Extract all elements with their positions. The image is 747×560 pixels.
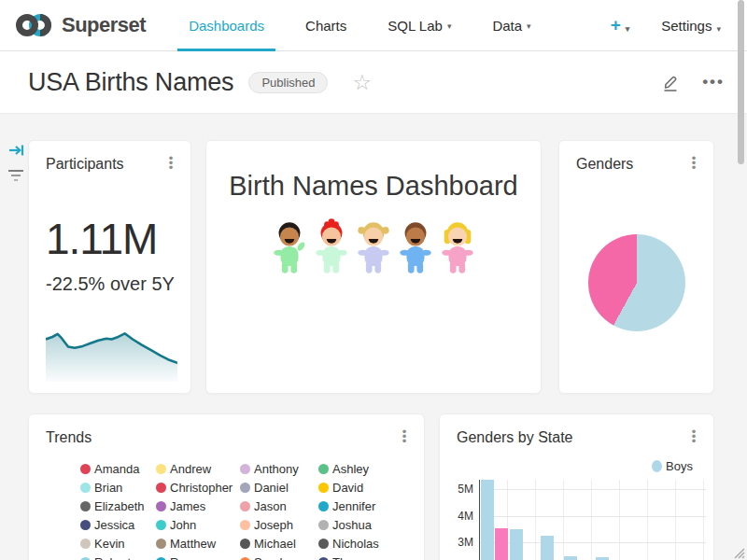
legend-dot xyxy=(240,539,250,549)
legend-label: Christopher xyxy=(170,481,233,495)
genders-pie-chart xyxy=(588,234,685,331)
y-axis-tick-label: 5M xyxy=(449,483,473,496)
resize-handle-icon[interactable] xyxy=(731,545,745,559)
kid-lavender xyxy=(354,217,393,277)
legend-item-elizabeth[interactable]: Elizabeth xyxy=(80,497,156,515)
legend-item-john[interactable]: John xyxy=(156,515,240,534)
gridline xyxy=(647,480,648,560)
legend-label: Jason xyxy=(254,499,287,513)
legend-label: Sarah xyxy=(254,555,287,560)
legend-label: Anthony xyxy=(254,462,299,476)
legend-label: Jennifer xyxy=(332,499,375,513)
legend-dot xyxy=(80,539,91,549)
kid-mint xyxy=(312,217,351,277)
settings-menu[interactable]: Settings▾ xyxy=(661,18,721,34)
chart-menu-icon[interactable]: ••• xyxy=(398,429,411,443)
chart-title: Genders xyxy=(576,156,633,173)
legend-label: Daniel xyxy=(254,481,289,495)
legend-label: Kevin xyxy=(94,537,125,551)
legend-dot xyxy=(318,501,329,511)
legend-dot xyxy=(240,520,250,530)
nav-menu: DashboardsChartsSQL Lab▾Data▾ xyxy=(168,0,551,51)
legend-item-matthew[interactable]: Matthew xyxy=(156,534,240,553)
brand-name: Superset xyxy=(62,13,146,37)
legend-dot xyxy=(156,520,166,530)
legend-label: Ashley xyxy=(332,462,369,476)
add-new-button[interactable]: +▾ xyxy=(611,15,630,35)
chart-title: Participants xyxy=(46,156,124,173)
legend-dot xyxy=(240,501,250,511)
bar-3 xyxy=(541,536,554,560)
big-number-subheader: -22.5% over 5Y xyxy=(46,273,175,295)
chart-title: Trends xyxy=(46,429,92,446)
markdown-title: Birth Names Dashboard xyxy=(206,171,541,202)
legend-item-kevin[interactable]: Kevin xyxy=(80,534,156,553)
legend-item-nicholas[interactable]: Nicholas xyxy=(318,534,412,553)
gridline xyxy=(619,480,620,560)
expand-filter-bar-icon[interactable] xyxy=(8,142,25,159)
bar-2 xyxy=(510,529,523,560)
legend-label: Joseph xyxy=(254,518,293,532)
legend-item-christopher[interactable]: Christopher xyxy=(156,478,240,497)
legend-item-amanda[interactable]: Amanda xyxy=(80,459,156,478)
legend-item-brian[interactable]: Brian xyxy=(80,478,156,497)
legend-item-ashley[interactable]: Ashley xyxy=(318,459,412,478)
nav-item-sql-lab[interactable]: SQL Lab▾ xyxy=(367,0,472,51)
kid-pink xyxy=(438,217,477,277)
card-genders: Genders ••• xyxy=(558,140,714,394)
gridline xyxy=(703,480,704,560)
legend-label: John xyxy=(170,518,196,532)
legend-dot xyxy=(318,520,329,530)
nav-item-dashboards[interactable]: Dashboards xyxy=(168,0,285,51)
nav-item-data[interactable]: Data▾ xyxy=(472,0,551,51)
legend-item-james[interactable]: James xyxy=(156,497,240,515)
legend-item-jason[interactable]: Jason xyxy=(240,497,318,515)
gridline xyxy=(535,480,536,560)
bar-4 xyxy=(564,556,577,560)
y-axis-tick-label: 4M xyxy=(449,510,473,523)
legend-item-jessica[interactable]: Jessica xyxy=(80,515,156,534)
chevron-down-icon: ▾ xyxy=(716,24,721,34)
top-nav: Superset DashboardsChartsSQL Lab▾Data▾ +… xyxy=(0,0,747,51)
chevron-down-icon: ▾ xyxy=(527,21,531,31)
legend-dot xyxy=(80,483,91,493)
children-illustration xyxy=(206,217,541,277)
favorite-star-icon[interactable]: ☆ xyxy=(352,72,372,93)
edit-pencil-icon[interactable] xyxy=(659,71,682,93)
legend-item-ryan[interactable]: Ryan xyxy=(156,553,240,560)
nav-item-charts[interactable]: Charts xyxy=(285,0,367,51)
card-markdown-header: Birth Names Dashboard xyxy=(205,140,542,394)
legend-label: Matthew xyxy=(170,537,216,551)
legend-item-joseph[interactable]: Joseph xyxy=(240,515,318,534)
legend-dot xyxy=(156,464,166,474)
superset-logo[interactable]: Superset xyxy=(13,11,146,39)
legend-label: Andrew xyxy=(170,462,211,476)
chart-menu-icon[interactable]: ••• xyxy=(164,156,177,170)
legend-dot xyxy=(318,539,329,549)
more-actions-icon[interactable]: ••• xyxy=(702,73,725,91)
legend-dot xyxy=(318,557,329,560)
chart-menu-icon[interactable]: ••• xyxy=(687,156,700,170)
filter-funnel-icon[interactable] xyxy=(7,168,24,183)
published-badge[interactable]: Published xyxy=(248,72,328,93)
legend-label: Elizabeth xyxy=(94,499,144,513)
legend-item-anthony[interactable]: Anthony xyxy=(240,459,318,478)
legend-item-robert[interactable]: Robert xyxy=(80,553,156,560)
legend-item-sarah[interactable]: Sarah xyxy=(240,553,318,560)
gridline xyxy=(563,480,564,560)
legend-item-daniel[interactable]: Daniel xyxy=(240,478,318,497)
vertical-scrollbar[interactable] xyxy=(738,0,744,164)
legend-item-jennifer[interactable]: Jennifer xyxy=(318,497,412,515)
gridline xyxy=(675,480,676,560)
legend-label: Brian xyxy=(94,481,122,495)
kid-green xyxy=(270,217,309,277)
legend-item-thomas[interactable]: Thomas xyxy=(318,553,412,560)
legend-dot xyxy=(156,539,166,549)
legend-item-joshua[interactable]: Joshua xyxy=(318,515,412,534)
gridline xyxy=(479,489,706,490)
legend-dot xyxy=(156,501,166,511)
legend-item-andrew[interactable]: Andrew xyxy=(156,459,240,478)
legend-item-david[interactable]: David xyxy=(318,478,412,497)
legend-item-michael[interactable]: Michael xyxy=(240,534,318,553)
legend-label: James xyxy=(170,499,205,513)
